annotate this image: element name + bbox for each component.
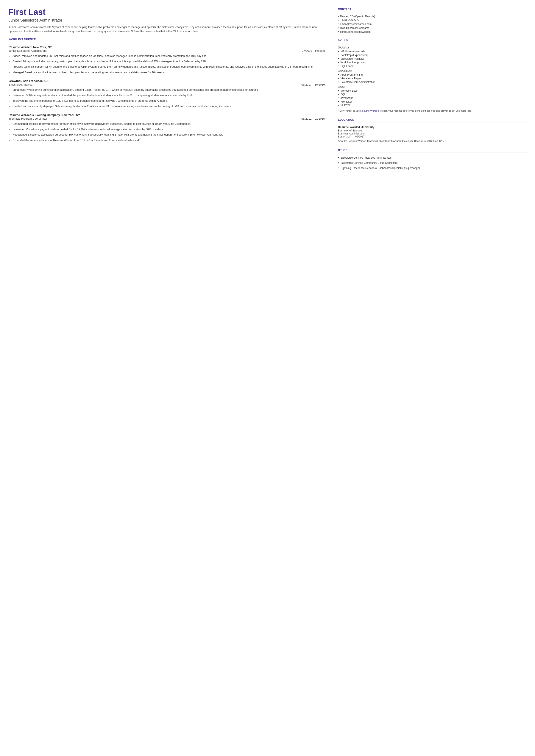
list-item: Salesforce Certified Advanced Administra…	[338, 156, 529, 160]
list-item: MS Visio (Advanced)	[338, 50, 529, 53]
skills-technical-label: Technical:	[338, 46, 529, 49]
list-item: Redesigned Salesforce application purpos…	[13, 133, 325, 137]
job-3-bullets: Championed process improvements for grea…	[9, 122, 325, 143]
job-1-bullets: Added, removed and updated 2K user roles…	[9, 54, 325, 75]
list-item: Bootstrap (Experienced)	[338, 54, 529, 57]
education-section: EDUCATION Resume Worded University Bache…	[338, 118, 529, 143]
contact-section: CONTACT Denver, CO (Open to Remote) +1-9…	[338, 8, 529, 33]
education-header: EDUCATION	[338, 118, 529, 123]
contact-item-github: github.com/resumeworded	[338, 30, 529, 33]
skills-header: SKILLS	[338, 39, 529, 43]
candidate-title: Junior Salesforce Administrator	[9, 18, 325, 23]
list-item: Expanded the services division of Resume…	[13, 138, 325, 142]
edu-awards: Awards: Resume Worded Teaching Fellow (o…	[338, 139, 529, 143]
job-1-title-row: Junior Salesforce Administrator 07/2019 …	[9, 49, 325, 52]
job-3-title-row: Technical Program Coordinator 08/2012 – …	[9, 117, 325, 120]
edu-location: Boston, MA — 05/2017	[338, 135, 529, 138]
list-item: Provided technical support for 4K users …	[13, 65, 325, 69]
list-item: Apex Programming	[338, 73, 529, 76]
skills-techniques-list: Apex Programming Visualforce Pages Sales…	[338, 73, 529, 84]
name-block: First Last Junior Salesforce Administrat…	[9, 8, 325, 34]
contact-list: Denver, CO (Open to Remote) +1-908-564-5…	[338, 15, 529, 33]
skills-tools-list: Microsoft Excel SQL JavaScript Filemaker…	[338, 89, 529, 107]
job-1-company: Resume Worded, New York, NY	[9, 45, 325, 49]
list-item: Salesforce Trailhead	[338, 57, 529, 60]
list-item: Leveraged Visualforce pages to deliver g…	[13, 127, 325, 131]
job-2: Growthsi, San Francisco, CA Salesforce A…	[9, 79, 325, 109]
job-1-role: Junior Salesforce Administrator	[9, 49, 47, 52]
job-2-dates: 05/2017 – 10/2019	[301, 83, 325, 86]
list-item: SQL	[338, 93, 529, 96]
candidate-name: First Last	[9, 8, 325, 17]
edu-field: Business Administration	[338, 132, 529, 135]
job-3-role: Technical Program Coordinator	[9, 117, 47, 120]
other-list: Salesforce Certified Advanced Administra…	[338, 156, 529, 170]
job-3: Resume Worded's Exciting Company, New Yo…	[9, 113, 325, 143]
work-experience-header: WORK EXPERIENCE	[9, 38, 325, 42]
list-item: SQL Loader	[338, 65, 529, 68]
list-item: Enhanced RW's learning administration ap…	[13, 88, 325, 92]
other-section: OTHER Salesforce Certified Advanced Admi…	[338, 149, 529, 170]
contact-item-phone: +1-908-564-555	[338, 19, 529, 22]
list-item: Created and successfully deployed Salesf…	[13, 104, 325, 108]
edu-school: Resume Worded University	[338, 126, 529, 129]
candidate-summary: Junior Salesforce Administrator with 9 y…	[9, 25, 325, 34]
job-2-bullets: Enhanced RW's learning administration ap…	[9, 88, 325, 109]
contact-item-linkedin: linkedin.com/in/username	[338, 26, 529, 30]
skills-techniques-label: Techniques:	[338, 70, 529, 72]
list-item: Workflow & Approvals	[338, 61, 529, 64]
contact-header: CONTACT	[338, 8, 529, 12]
list-item: Filemaker	[338, 100, 529, 103]
list-item: Added, removed and updated 2K user roles…	[13, 54, 325, 58]
job-3-dates: 08/2012 – 01/2015	[301, 117, 325, 120]
list-item: Created 10 reports including summary, ma…	[13, 60, 325, 64]
list-item: Managed Salesforce application user prof…	[13, 70, 325, 74]
list-item: Developed 500 learning tests and also au…	[13, 93, 325, 98]
list-item: Microsoft Excel	[338, 89, 529, 92]
job-1: Resume Worded, New York, NY Junior Sales…	[9, 45, 325, 75]
left-column: First Last Junior Salesforce Administrat…	[0, 0, 332, 756]
list-item: Salesforce Certified Community Cloud Con…	[338, 161, 529, 165]
job-2-role: Salesforce Analyst	[9, 83, 32, 86]
promo-text: • Don't forget to use Resume Worded to s…	[338, 109, 529, 113]
list-item: Championed process improvements for grea…	[13, 122, 325, 126]
job-1-dates: 07/2019 – Present	[302, 49, 325, 52]
job-2-company: Growthsi, San Francisco, CA	[9, 79, 325, 83]
job-3-company: Resume Worded's Exciting Company, New Yo…	[9, 113, 325, 117]
list-item: Lightning Experience Reports & Dashboard…	[338, 166, 529, 170]
list-item: Visualforce Pages	[338, 77, 529, 80]
job-2-title-row: Salesforce Analyst 05/2017 – 10/2019	[9, 83, 325, 86]
skills-technical-list: MS Visio (Advanced) Bootstrap (Experienc…	[338, 50, 529, 68]
other-header: OTHER	[338, 149, 529, 153]
list-item: JavaScript	[338, 97, 529, 99]
edu-degree: Bachelor of Science	[338, 129, 529, 132]
right-column: CONTACT Denver, CO (Open to Remote) +1-9…	[332, 0, 535, 756]
skills-section: SKILLS Technical: MS Visio (Advanced) Bo…	[338, 39, 529, 113]
list-item: Improved the learning experience of 10K …	[13, 99, 325, 103]
list-item: VUI/CTI	[338, 104, 529, 107]
contact-item-location: Denver, CO (Open to Remote)	[338, 15, 529, 18]
contact-item-email: email@resumeworded.com	[338, 23, 529, 26]
skills-tools-label: Tools:	[338, 85, 529, 88]
resume-worded-link[interactable]: Resume Worded	[360, 109, 379, 112]
list-item: Salesforce.com Administration	[338, 81, 529, 84]
